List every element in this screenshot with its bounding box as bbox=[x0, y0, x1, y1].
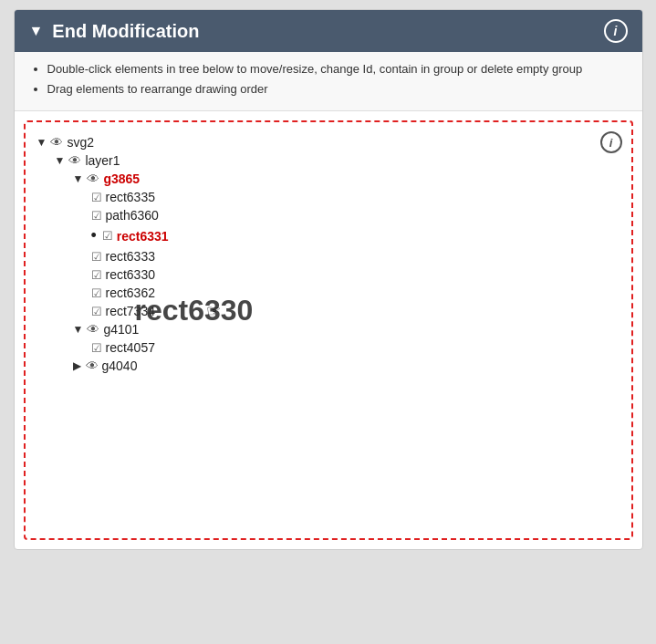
eye-icon-g4040[interactable]: 👁 bbox=[86, 358, 99, 373]
collapse-chevron[interactable]: ▼ bbox=[29, 23, 44, 39]
label-svg2[interactable]: svg2 bbox=[67, 135, 94, 150]
edit-icon-rect6331[interactable]: ☑ bbox=[102, 229, 113, 243]
label-rect6335[interactable]: rect6335 bbox=[106, 190, 155, 204]
label-g3865[interactable]: g3865 bbox=[103, 171, 140, 186]
tree-row-rect4057[interactable]: ☑ rect4057 bbox=[91, 338, 620, 357]
edit-icon-path6360[interactable]: ☑ bbox=[91, 209, 102, 223]
toggle-g4040[interactable]: ▶ bbox=[73, 359, 82, 372]
label-path6360[interactable]: path6360 bbox=[106, 208, 159, 223]
eye-icon-layer1[interactable]: 👁 bbox=[68, 153, 81, 168]
children-g4101: ☑ rect4057 bbox=[73, 338, 620, 357]
eye-icon-g3865[interactable]: 👁 bbox=[87, 171, 99, 186]
tree-row-rect7334[interactable]: ☑ rect7334 bbox=[91, 302, 620, 320]
tree-row-g4040[interactable]: ▶ 👁 g4040 bbox=[73, 357, 620, 375]
label-rect4057[interactable]: rect4057 bbox=[106, 340, 155, 355]
panel-header: ▼ End Modification i bbox=[15, 10, 642, 52]
toggle-g4101[interactable]: ▼ bbox=[73, 323, 84, 336]
instructions-box: Double-click elements in tree below to m… bbox=[15, 52, 642, 111]
tree-node-g4040: ▶ 👁 g4040 bbox=[73, 357, 620, 375]
main-panel: ▼ End Modification i Double-click elemen… bbox=[14, 9, 643, 550]
edit-icon-rect6362[interactable]: ☑ bbox=[91, 286, 102, 300]
children-g3865: ☑ rect6335 ☑ path6360 • bbox=[73, 188, 620, 320]
tree-row-g4101[interactable]: ▼ 👁 g4101 bbox=[73, 320, 620, 338]
children-svg2: ▼ 👁 layer1 ▼ 👁 g3865 bbox=[36, 151, 620, 375]
children-layer1: ▼ 👁 g3865 ☑ rect6335 bbox=[55, 170, 620, 375]
tree-area: i rect6330 ☞ ▼ 👁 svg2 ▼ 👁 layer1 bbox=[24, 120, 633, 540]
tree-row-g3865[interactable]: ▼ 👁 g3865 bbox=[73, 170, 620, 188]
header-left: ▼ End Modification bbox=[29, 21, 200, 42]
toggle-svg2[interactable]: ▼ bbox=[36, 136, 47, 149]
edit-icon-rect6335[interactable]: ☑ bbox=[91, 191, 102, 204]
label-rect6331[interactable]: rect6331 bbox=[117, 229, 169, 244]
tree-row-rect6362[interactable]: ☑ rect6362 bbox=[91, 284, 620, 302]
eye-icon-g4101[interactable]: 👁 bbox=[87, 322, 99, 337]
tree-row-rect6330[interactable]: ☑ rect6330 bbox=[91, 265, 620, 284]
header-info-icon[interactable]: i bbox=[604, 19, 628, 43]
toggle-layer1[interactable]: ▼ bbox=[55, 154, 66, 167]
tree-row-path6360[interactable]: ☑ path6360 bbox=[91, 206, 620, 224]
tree-row-rect6331[interactable]: • ☑ rect6331 bbox=[91, 224, 620, 247]
edit-icon-rect4057[interactable]: ☑ bbox=[91, 341, 102, 355]
label-g4101[interactable]: g4101 bbox=[103, 322, 139, 337]
label-rect6330[interactable]: rect6330 bbox=[106, 267, 155, 282]
instruction-item-2: Drag elements to rearrange drawing order bbox=[47, 81, 628, 98]
eye-icon-svg2[interactable]: 👁 bbox=[50, 135, 63, 150]
label-rect6333[interactable]: rect6333 bbox=[106, 249, 155, 264]
tree-row-svg2[interactable]: ▼ 👁 svg2 bbox=[36, 133, 620, 151]
tree-info-icon[interactable]: i bbox=[600, 131, 622, 153]
active-bullet: • bbox=[91, 226, 97, 245]
tree-row-rect6335[interactable]: ☑ rect6335 bbox=[91, 188, 620, 206]
tree-row-rect6333[interactable]: ☑ rect6333 bbox=[91, 247, 620, 265]
edit-icon-rect6330[interactable]: ☑ bbox=[91, 268, 102, 282]
edit-icon-rect6333[interactable]: ☑ bbox=[91, 250, 102, 264]
panel-title: End Modification bbox=[52, 21, 199, 42]
label-g4040[interactable]: g4040 bbox=[102, 358, 138, 373]
edit-icon-rect7334[interactable]: ☑ bbox=[91, 305, 102, 318]
tree-node-g3865: ▼ 👁 g3865 ☑ rect6335 bbox=[73, 170, 620, 320]
tree-row-layer1[interactable]: ▼ 👁 layer1 bbox=[55, 151, 620, 170]
instructions-list: Double-click elements in tree below to m… bbox=[29, 61, 628, 98]
toggle-g3865[interactable]: ▼ bbox=[73, 172, 84, 185]
instruction-item-1: Double-click elements in tree below to m… bbox=[47, 61, 628, 78]
tree-node-g4101: ▼ 👁 g4101 ☑ rect4057 bbox=[73, 320, 620, 357]
tree-node-svg2: ▼ 👁 svg2 ▼ 👁 layer1 ▼ bbox=[36, 133, 620, 375]
tree-node-layer1: ▼ 👁 layer1 ▼ 👁 g3865 bbox=[55, 151, 620, 375]
label-rect6362[interactable]: rect6362 bbox=[106, 286, 155, 300]
label-rect7334[interactable]: rect7334 bbox=[106, 304, 155, 318]
label-layer1[interactable]: layer1 bbox=[85, 153, 120, 168]
